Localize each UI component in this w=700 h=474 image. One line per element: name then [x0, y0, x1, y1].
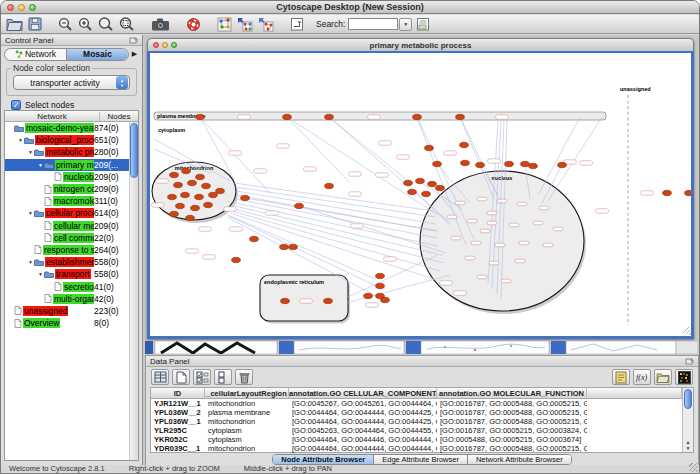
minimize-button[interactable] — [162, 42, 168, 48]
matrix-heatmap-button[interactable] — [675, 369, 693, 385]
network-node[interactable] — [325, 183, 334, 188]
open-network-button[interactable] — [6, 16, 23, 33]
float-panel-icon[interactable] — [129, 36, 138, 44]
column-header[interactable]: ID — [151, 388, 205, 398]
network-node[interactable] — [685, 190, 691, 195]
network-node[interactable] — [324, 298, 333, 303]
tree-row-biological-process[interactable]: ▼biological_process651(0) — [5, 134, 129, 146]
network-node[interactable] — [280, 244, 289, 249]
compartment-nucleus[interactable] — [420, 171, 584, 311]
tree-scrollbar-thumb[interactable] — [130, 123, 138, 178]
tree-row-macromolecule[interactable]: macromolecule311(0) — [5, 195, 129, 207]
network-node[interactable] — [181, 192, 190, 197]
layout-alt-button[interactable] — [258, 16, 274, 33]
unselect-attributes-button[interactable] — [214, 369, 232, 385]
select-nodes-checkbox[interactable]: ✓ — [11, 100, 21, 110]
tree-row-cell-communicat[interactable]: cell communicat22(0) — [5, 232, 129, 244]
tree-row-primary-metabo[interactable]: ▼primary metabo209(... — [5, 159, 129, 171]
tab-overflow-icon[interactable]: ▶ — [130, 50, 139, 58]
table-row[interactable]: YDR039C__1mitochondrion[GO:0044464, GO:0… — [151, 444, 682, 453]
annotation-button[interactable] — [290, 16, 304, 33]
network-node[interactable] — [283, 114, 292, 119]
network-node[interactable] — [281, 298, 290, 303]
network-node[interactable] — [170, 172, 179, 177]
network-node[interactable] — [460, 142, 469, 147]
scroll-down-icon[interactable]: ▼ — [683, 445, 693, 451]
tree-row-nucleobase-[interactable]: nucleobase-209(0) — [5, 171, 129, 183]
expander-icon[interactable]: ▼ — [37, 271, 44, 277]
network-node[interactable] — [191, 205, 200, 210]
layout-button[interactable] — [237, 16, 253, 33]
table-scrollbar[interactable]: ▲▼ — [682, 388, 693, 452]
network-node[interactable] — [204, 202, 213, 207]
network-node[interactable] — [425, 145, 434, 150]
tree-column-network[interactable]: Network — [5, 112, 100, 121]
import-attributes-button[interactable] — [654, 369, 672, 385]
network-node[interactable] — [433, 161, 442, 166]
network-node[interactable] — [436, 185, 445, 190]
network-node[interactable] — [216, 188, 225, 193]
search-options-button[interactable] — [416, 16, 430, 33]
background-windows-strip[interactable] — [145, 341, 698, 354]
network-node[interactable] — [428, 181, 437, 186]
function-builder-button[interactable]: f(x) — [633, 369, 651, 385]
network-node[interactable] — [174, 182, 183, 187]
network-node[interactable] — [241, 195, 250, 200]
tree-row-establishment-of-lo[interactable]: ▼establishment of lo558(0) — [5, 256, 129, 268]
tab-mosaic[interactable]: Mosaic — [66, 49, 128, 60]
network-node[interactable] — [558, 162, 567, 167]
network-node[interactable] — [289, 244, 298, 249]
network-node[interactable] — [416, 178, 425, 183]
save-session-button[interactable] — [28, 16, 42, 33]
network-node[interactable] — [209, 192, 218, 197]
network-node[interactable] — [456, 114, 465, 119]
network-node[interactable] — [422, 191, 431, 196]
node-color-combobox[interactable]: transporter activity ▲▼ — [13, 75, 130, 90]
tree-column-nodes[interactable]: Nodes — [100, 112, 138, 121]
expander-icon[interactable]: ▼ — [27, 210, 34, 216]
network-node[interactable] — [188, 180, 197, 185]
search-input[interactable] — [348, 18, 398, 30]
tree-scrollbar[interactable] — [129, 122, 138, 460]
network-node[interactable] — [521, 161, 530, 166]
column-header[interactable]: annotation.GO MOLECULAR_FUNCTION — [437, 388, 587, 398]
tree-row-unassigned[interactable]: unassigned223(0) — [5, 305, 129, 317]
table-row[interactable]: YKR052Ccytoplasm[GO:0044464, GO:0044446,… — [151, 435, 682, 444]
network-node[interactable] — [663, 190, 672, 195]
network-view-window[interactable]: primary metabolic process plasma membran… — [147, 38, 694, 339]
table-scrollbar-arrows[interactable]: ▲▼ — [683, 439, 693, 451]
network-node[interactable] — [170, 211, 179, 216]
network-node[interactable] — [413, 114, 422, 119]
help-button[interactable] — [186, 16, 201, 33]
table-row[interactable]: YPL036W__1mitochondrion[GO:0044464, GO:0… — [151, 417, 682, 426]
vizmapper-button[interactable] — [217, 16, 232, 33]
network-node[interactable] — [476, 162, 485, 167]
expander-icon[interactable]: ▼ — [37, 162, 44, 168]
network-node[interactable] — [196, 174, 205, 179]
tree-row-multi-organism-pro[interactable]: multi-organism pro42(0) — [5, 293, 129, 305]
close-button[interactable] — [153, 42, 159, 48]
column-header[interactable]: annotation.GO CELLULAR_COMPONENT — [289, 388, 437, 398]
network-node[interactable] — [176, 203, 185, 208]
network-node[interactable] — [404, 180, 413, 185]
network-node[interactable] — [408, 189, 417, 194]
export-image-button[interactable] — [151, 16, 170, 33]
zoom-window-button[interactable] — [171, 42, 177, 48]
table-row[interactable]: YPL036W__2plasma membrane[GO:0044464, GO… — [151, 408, 682, 417]
new-attribute-button[interactable] — [172, 369, 190, 385]
window-resize-grip[interactable] — [689, 463, 698, 472]
network-node[interactable] — [168, 194, 177, 199]
network-node[interactable] — [461, 160, 470, 165]
tree-row-response-to-stimulu[interactable]: response to stimulu264(0) — [5, 244, 129, 256]
window-titlebar[interactable]: Cytoscape Desktop (New Session) — [1, 1, 699, 14]
expander-icon[interactable]: ▼ — [17, 137, 24, 143]
table-scrollbar-thumb[interactable] — [684, 389, 692, 409]
tree-row-secretion[interactable]: secretion41(0) — [5, 280, 129, 292]
tree-row-cellular-metabo[interactable]: cellular metabo209(0) — [5, 220, 129, 232]
expander-icon[interactable]: ▼ — [27, 259, 34, 265]
network-node[interactable] — [196, 114, 205, 119]
zoom-selected-button[interactable] — [119, 16, 135, 33]
tab-network[interactable]: Network — [5, 49, 66, 60]
table-row[interactable]: YLR295Ccytoplasm[GO:0045263, GO:0044464,… — [151, 426, 682, 435]
network-node[interactable] — [325, 114, 334, 119]
